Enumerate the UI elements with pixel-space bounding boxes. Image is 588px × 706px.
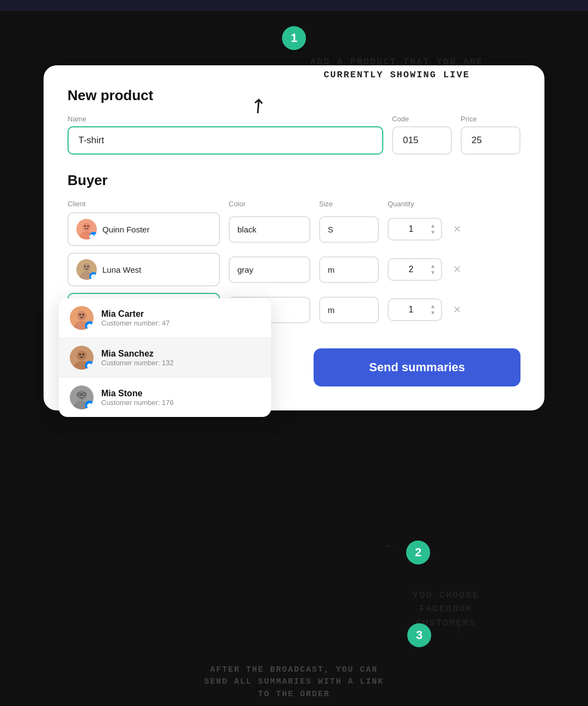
mia-row-container: 1 ▲ ▼ ✕ bbox=[68, 293, 520, 327]
name-input[interactable] bbox=[68, 126, 383, 155]
code-label: Code bbox=[392, 115, 452, 123]
svg-point-23 bbox=[77, 390, 87, 400]
avatar-mia-carter bbox=[70, 306, 94, 330]
svg-point-1 bbox=[82, 223, 90, 231]
client-dropdown: Mia Carter Customer number: 47 bbox=[59, 298, 271, 417]
arrow-2-icon: ← bbox=[383, 537, 399, 555]
annotation-step1: ADD A PRODUCT THAT YOU ARE CURRENTLY SHO… bbox=[310, 56, 483, 82]
svg-point-9 bbox=[87, 266, 89, 267]
qty-up-mia[interactable]: ▲ bbox=[430, 304, 436, 309]
dropdown-item-mia-sanchez[interactable]: Mia Sanchez Customer number: 132 bbox=[59, 338, 271, 378]
code-field-group: Code bbox=[392, 115, 452, 155]
buyer-row: Quinn Foster 1 ▲ ▼ ✕ bbox=[68, 212, 520, 246]
step-3-badge: 3 bbox=[407, 623, 431, 647]
avatar-mia-stone bbox=[70, 385, 94, 409]
size-luna[interactable] bbox=[319, 256, 379, 283]
buyer-title: Buyer bbox=[68, 172, 520, 189]
svg-point-3 bbox=[84, 225, 86, 227]
send-summaries-button[interactable]: Send summaries bbox=[314, 348, 520, 386]
arrow-3-icon: ↑ bbox=[455, 621, 463, 638]
qty-quinn: 1 ▲ ▼ bbox=[388, 218, 442, 241]
dropdown-item-mia-stone[interactable]: Mia Stone Customer number: 176 bbox=[59, 378, 271, 417]
dd-name-mia-stone: Mia Stone bbox=[101, 389, 260, 398]
qty-mia: 1 ▲ ▼ bbox=[388, 298, 442, 321]
name-field-group: Name bbox=[68, 115, 383, 155]
qty-down-luna[interactable]: ▼ bbox=[430, 270, 436, 275]
code-input[interactable] bbox=[392, 126, 452, 155]
buyer-row: Luna West 2 ▲ ▼ ✕ bbox=[68, 253, 520, 286]
dd-name-mia-sanchez: Mia Sanchez bbox=[101, 349, 260, 359]
messenger-badge-mia-carter bbox=[85, 321, 94, 330]
messenger-badge-quinn bbox=[89, 232, 97, 240]
step-1-badge: 1 bbox=[282, 26, 306, 50]
size-quinn[interactable] bbox=[319, 216, 379, 243]
color-luna[interactable] bbox=[229, 256, 310, 283]
page-wrapper: 1 ADD A PRODUCT THAT YOU ARE CURRENTLY S… bbox=[0, 11, 588, 706]
client-field-quinn: Quinn Foster bbox=[68, 212, 220, 246]
messenger-badge-mia-stone bbox=[85, 401, 94, 409]
col-qty-header: Quantity bbox=[388, 200, 442, 208]
messenger-badge-luna bbox=[89, 272, 97, 280]
new-product-section: New product Name Code Price bbox=[68, 87, 520, 155]
qty-luna: 2 ▲ ▼ bbox=[388, 258, 442, 281]
price-label: Price bbox=[461, 115, 520, 123]
dd-sub-mia-stone: Customer number: 176 bbox=[101, 398, 260, 407]
svg-point-4 bbox=[87, 225, 89, 227]
dd-sub-mia-sanchez: Customer number: 132 bbox=[101, 359, 260, 367]
name-label: Name bbox=[68, 115, 383, 123]
avatar-luna bbox=[76, 259, 97, 280]
client-field-luna: Luna West bbox=[68, 253, 220, 286]
product-fields-row: Name Code Price bbox=[68, 115, 520, 155]
buyer-col-headers: Client Color Size Quantity bbox=[68, 200, 520, 208]
size-mia[interactable] bbox=[319, 297, 379, 323]
messenger-badge-mia-sanchez bbox=[85, 361, 94, 370]
dropdown-item-mia-carter[interactable]: Mia Carter Customer number: 47 bbox=[59, 298, 271, 338]
step-2-badge: 2 bbox=[406, 541, 430, 564]
col-color-header: Color bbox=[229, 200, 310, 208]
color-quinn[interactable] bbox=[229, 216, 310, 243]
price-input[interactable] bbox=[461, 126, 520, 155]
qty-up-luna[interactable]: ▲ bbox=[430, 263, 436, 269]
qty-down-mia[interactable]: ▼ bbox=[430, 310, 436, 316]
col-size-header: Size bbox=[319, 200, 379, 208]
dd-sub-mia-carter: Customer number: 47 bbox=[101, 319, 260, 327]
qty-down-quinn[interactable]: ▼ bbox=[430, 230, 436, 235]
annotation-step3: AFTER THE BROADCAST, YOU CAN SEND ALL SU… bbox=[103, 664, 485, 701]
delete-quinn[interactable]: ✕ bbox=[451, 221, 463, 237]
client-name-luna: Luna West bbox=[102, 265, 141, 274]
svg-point-21 bbox=[82, 353, 84, 355]
col-client-header: Client bbox=[68, 200, 220, 208]
client-name-quinn: Quinn Foster bbox=[102, 225, 150, 234]
dd-name-mia-carter: Mia Carter bbox=[101, 309, 260, 319]
svg-point-20 bbox=[79, 353, 81, 355]
avatar-mia-sanchez bbox=[70, 346, 94, 370]
main-card: New product Name Code Price bbox=[44, 65, 544, 410]
svg-point-13 bbox=[77, 311, 87, 321]
svg-point-18 bbox=[77, 351, 87, 360]
delete-luna[interactable]: ✕ bbox=[451, 261, 463, 278]
buyer-section: Buyer Client Color Size Quantity bbox=[68, 172, 520, 327]
svg-point-8 bbox=[84, 266, 86, 267]
price-field-group: Price bbox=[461, 115, 520, 155]
svg-point-16 bbox=[82, 314, 84, 316]
new-product-title: New product bbox=[68, 87, 520, 104]
qty-up-quinn[interactable]: ▲ bbox=[430, 223, 436, 229]
delete-mia[interactable]: ✕ bbox=[451, 302, 463, 318]
avatar-quinn bbox=[76, 219, 97, 240]
svg-point-6 bbox=[82, 263, 90, 272]
svg-point-15 bbox=[79, 314, 81, 316]
